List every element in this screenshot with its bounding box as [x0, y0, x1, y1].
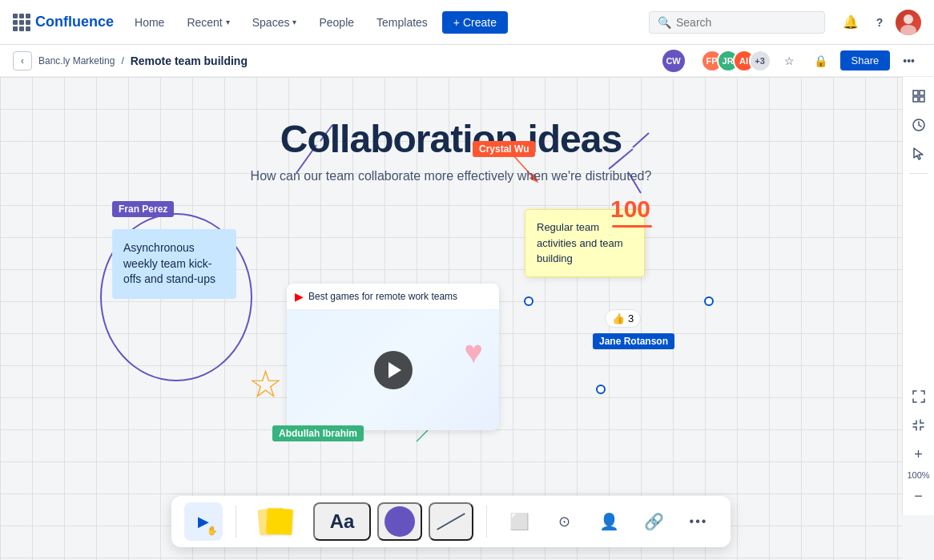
- zoom-out-button[interactable]: −: [906, 483, 932, 509]
- abdullah-label: Abdullah Ibrahim: [272, 425, 364, 441]
- more-tools-icon: •••: [690, 514, 708, 529]
- history-button[interactable]: [906, 112, 932, 138]
- compress-icon: [912, 419, 925, 432]
- sticky-notes-button[interactable]: [249, 502, 307, 541]
- stamp-icon: 👤: [599, 512, 619, 531]
- reset-zoom-button[interactable]: [906, 413, 932, 438]
- link-icon: 🔗: [644, 512, 664, 531]
- play-triangle-icon: [388, 362, 401, 378]
- canvas-subtitle: How can our team collaborate more effect…: [251, 169, 652, 183]
- search-bar[interactable]: 🔍: [649, 11, 825, 34]
- search-input[interactable]: [676, 16, 804, 29]
- svg-rect-16: [913, 97, 918, 102]
- frame-tool-button[interactable]: ⬜: [500, 502, 538, 541]
- video-card[interactable]: ▶ Best games for remote work teams ♥: [287, 284, 499, 430]
- restrict-button[interactable]: 🔒: [807, 51, 834, 71]
- editor-avatar-single[interactable]: CW: [662, 50, 685, 72]
- circle-shape-icon: [384, 506, 415, 537]
- hand-icon: ✋: [207, 526, 218, 536]
- lasso-tool-button[interactable]: ⊙: [545, 502, 583, 541]
- fit-to-screen-button[interactable]: [906, 384, 932, 409]
- toolbar-divider-2: [486, 506, 487, 538]
- svg-point-1: [900, 25, 916, 35]
- logo[interactable]: Confluence: [13, 14, 114, 31]
- sticky-note-blue[interactable]: Asynchronous weekly team kick-offs and s…: [112, 229, 236, 299]
- video-play-button[interactable]: [374, 351, 413, 389]
- app-grid-icon: [13, 14, 30, 31]
- zoom-in-button[interactable]: +: [906, 441, 932, 467]
- more-tools-button[interactable]: •••: [679, 502, 718, 541]
- right-toolbar-divider: [909, 173, 928, 174]
- viewer-avatars: FP JR AI +3: [701, 50, 771, 72]
- svg-point-11: [525, 297, 533, 305]
- share-button[interactable]: Share: [840, 50, 891, 71]
- nav-recent[interactable]: Recent ▾: [179, 11, 237, 34]
- toolbar-divider-1: [236, 506, 236, 538]
- svg-point-13: [597, 385, 605, 393]
- nav-templates[interactable]: Templates: [368, 11, 436, 34]
- shape-tool-button[interactable]: [377, 502, 422, 541]
- jane-rotanson-label: Jane Rotanson: [593, 333, 674, 349]
- notifications-button[interactable]: 🔔: [838, 10, 864, 35]
- right-toolbar: + 100% −: [902, 77, 934, 515]
- breadcrumb-parent: Banc.ly Marketing: [38, 55, 115, 66]
- zoom-percent: 100%: [907, 470, 929, 480]
- extra-avatars-badge[interactable]: +3: [749, 50, 771, 72]
- lasso-icon: ⊙: [558, 513, 570, 530]
- expand-icon: [912, 390, 925, 403]
- bottom-toolbar: ▶ ✋ Aa: [171, 496, 731, 547]
- crystal-wu-label: Crystal Wu: [473, 141, 535, 157]
- spaces-chevron-icon: ▾: [292, 18, 296, 26]
- fran-perez-label: Fran Perez: [112, 201, 174, 217]
- svg-point-12: [705, 297, 713, 305]
- score-100: 100: [610, 195, 650, 223]
- table-of-contents-button[interactable]: [906, 83, 932, 109]
- nav-icons: 🔔 ?: [838, 10, 921, 35]
- svg-rect-17: [920, 97, 924, 102]
- line-tool-icon: [437, 513, 465, 530]
- help-button[interactable]: ?: [867, 10, 892, 35]
- svg-rect-14: [913, 91, 918, 95]
- thumbs-count: 3: [628, 312, 634, 324]
- cursor-icon: [912, 147, 926, 161]
- clock-icon: [912, 118, 926, 132]
- svg-marker-19: [914, 148, 923, 159]
- svg-line-10: [417, 429, 429, 441]
- user-avatar[interactable]: [896, 10, 921, 35]
- canvas-title: Collaboration ideas: [280, 117, 622, 161]
- select-tool-section: ▶ ✋: [184, 502, 223, 541]
- line-tool-button[interactable]: [429, 502, 473, 541]
- youtube-icon: ▶: [295, 290, 304, 303]
- more-options-button[interactable]: •••: [896, 51, 921, 71]
- sticky-icon-front: [266, 508, 293, 535]
- breadcrumb-separator: /: [121, 55, 123, 66]
- thumbs-badge: 👍 3: [605, 309, 641, 328]
- stamp-tool-button[interactable]: 👤: [590, 502, 628, 541]
- canvas[interactable]: Collaboration ideas How can our team col…: [0, 77, 902, 560]
- main-area: Collaboration ideas How can our team col…: [0, 77, 934, 560]
- table-icon: [912, 89, 926, 103]
- svg-line-6: [633, 133, 649, 147]
- video-thumbnail[interactable]: ♥: [287, 310, 499, 430]
- star-button[interactable]: ☆: [778, 51, 801, 71]
- heart-decoration: ♥: [464, 334, 483, 370]
- frame-icon: ⬜: [509, 512, 529, 531]
- svg-point-0: [904, 14, 913, 24]
- video-title: Best games for remote work teams: [308, 291, 457, 302]
- navbar: Confluence Home Recent ▾ Spaces ▾ People…: [0, 0, 934, 45]
- nav-spaces[interactable]: Spaces ▾: [244, 11, 305, 34]
- sidebar-toggle[interactable]: ‹: [13, 51, 32, 71]
- create-button[interactable]: + Create: [442, 11, 508, 34]
- recent-chevron-icon: ▾: [226, 18, 230, 26]
- cursor-mode-button[interactable]: [906, 141, 932, 167]
- thumbs-icon: 👍: [612, 312, 625, 324]
- score-underline: [612, 225, 652, 228]
- nav-people[interactable]: People: [311, 11, 362, 34]
- video-title-bar: ▶ Best games for remote work teams: [287, 284, 499, 310]
- nav-home[interactable]: Home: [127, 11, 172, 34]
- text-tool-button[interactable]: Aa: [313, 502, 371, 541]
- link-tool-button[interactable]: 🔗: [634, 502, 673, 541]
- breadcrumb-title: Remote team building: [131, 54, 248, 67]
- text-tool-icon: Aa: [330, 510, 355, 533]
- select-tool-button[interactable]: ▶ ✋: [184, 502, 223, 541]
